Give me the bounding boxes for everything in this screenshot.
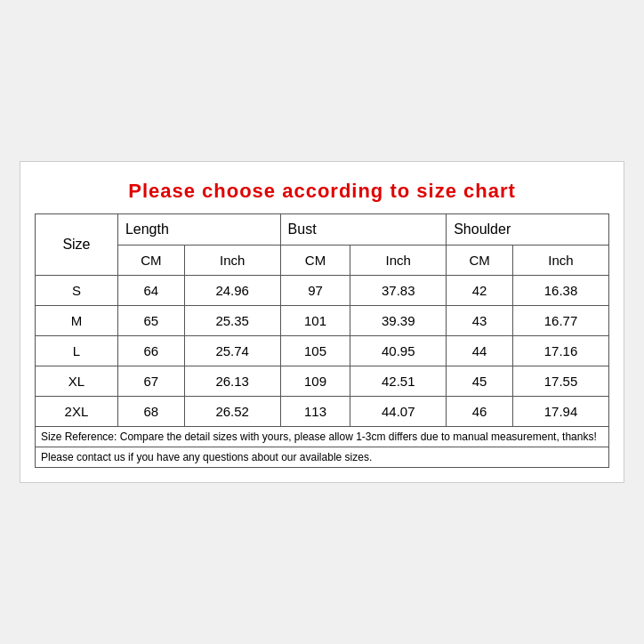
chart-title: Please choose according to size chart xyxy=(35,180,609,203)
data-cell: 97 xyxy=(280,276,350,306)
table-row: 2XL6826.5211344.074617.94 xyxy=(36,397,609,427)
data-cell: 40.95 xyxy=(350,336,447,366)
table-row: M6525.3510139.394316.77 xyxy=(36,306,609,336)
data-cell: 26.52 xyxy=(184,397,280,427)
shoulder-group-header: Shoulder xyxy=(447,214,609,246)
note-text-2: Please contact us if you have any questi… xyxy=(36,447,609,468)
data-cell: 68 xyxy=(117,397,184,427)
size-cell: 2XL xyxy=(36,397,118,427)
size-table: Size Length Bust Shoulder CM Inch CM Inc… xyxy=(35,213,609,468)
size-column-header: Size xyxy=(36,214,118,276)
note-text-1: Size Reference: Compare the detail sizes… xyxy=(36,427,609,447)
data-cell: 46 xyxy=(447,397,513,427)
length-group-header: Length xyxy=(117,214,280,246)
data-cell: 24.96 xyxy=(184,276,280,306)
data-cell: 16.38 xyxy=(513,276,609,306)
data-cell: 26.13 xyxy=(184,366,280,397)
data-cell: 66 xyxy=(117,336,184,366)
size-cell: S xyxy=(36,276,118,306)
table-row: XL6726.1310942.514517.55 xyxy=(36,366,609,397)
data-cell: 25.74 xyxy=(184,336,280,366)
data-cell: 113 xyxy=(280,397,350,427)
data-cell: 109 xyxy=(280,366,350,397)
data-cell: 39.39 xyxy=(350,306,447,336)
table-row: S6424.969737.834216.38 xyxy=(36,276,609,306)
data-cell: 65 xyxy=(117,306,184,336)
data-cell: 37.83 xyxy=(350,276,447,306)
data-cell: 105 xyxy=(280,336,350,366)
data-cell: 43 xyxy=(447,306,513,336)
size-cell: L xyxy=(36,336,118,366)
data-cell: 25.35 xyxy=(184,306,280,336)
shoulder-cm-header: CM xyxy=(447,246,513,276)
data-cell: 67 xyxy=(117,366,184,397)
bust-group-header: Bust xyxy=(280,214,447,246)
size-chart-card: Please choose according to size chart Si… xyxy=(20,161,624,483)
data-cell: 101 xyxy=(280,306,350,336)
data-cell: 16.77 xyxy=(513,306,609,336)
data-cell: 44.07 xyxy=(350,397,447,427)
note-row-1: Size Reference: Compare the detail sizes… xyxy=(36,427,609,447)
length-cm-header: CM xyxy=(117,246,184,276)
bust-inch-header: Inch xyxy=(350,246,447,276)
data-cell: 42.51 xyxy=(350,366,447,397)
data-cell: 44 xyxy=(447,336,513,366)
data-cell: 17.94 xyxy=(513,397,609,427)
size-cell: M xyxy=(36,306,118,336)
length-inch-header: Inch xyxy=(184,246,280,276)
bust-cm-header: CM xyxy=(280,246,350,276)
shoulder-inch-header: Inch xyxy=(513,246,609,276)
data-cell: 45 xyxy=(447,366,513,397)
size-cell: XL xyxy=(36,366,118,397)
note-row-2: Please contact us if you have any questi… xyxy=(36,447,609,468)
data-cell: 64 xyxy=(117,276,184,306)
data-cell: 17.55 xyxy=(513,366,609,397)
table-row: L6625.7410540.954417.16 xyxy=(36,336,609,366)
data-cell: 17.16 xyxy=(513,336,609,366)
data-cell: 42 xyxy=(447,276,513,306)
